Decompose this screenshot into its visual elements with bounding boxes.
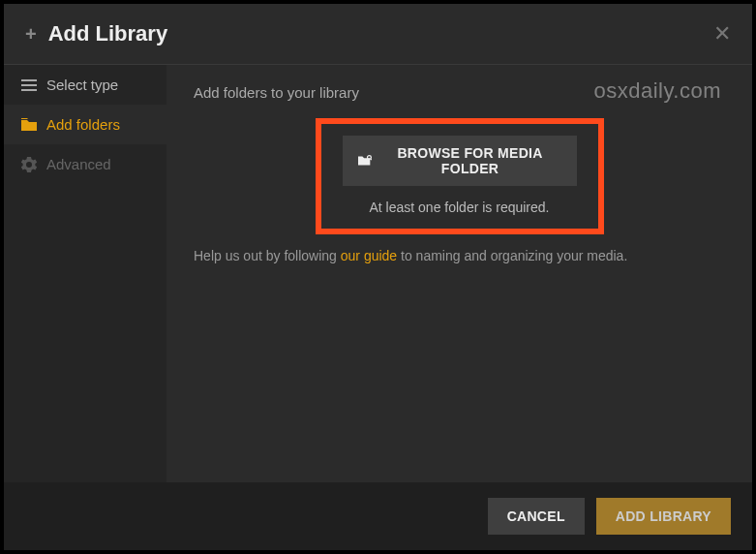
sidebar-item-add-folders[interactable]: Add folders [4, 105, 166, 144]
highlight-box: BROWSE FOR MEDIA FOLDER At least one fol… [316, 118, 604, 234]
cancel-button[interactable]: CANCEL [488, 498, 585, 535]
browse-button-label: BROWSE FOR MEDIA FOLDER [379, 145, 561, 176]
sidebar-item-advanced[interactable]: Advanced [4, 144, 166, 184]
help-text: Help us out by following our guide to na… [194, 248, 725, 263]
folder-search-icon [358, 154, 372, 168]
header-left: + Add Library [25, 21, 167, 46]
sidebar-item-label: Advanced [46, 156, 111, 172]
help-prefix: Help us out by following [194, 248, 341, 263]
required-text: At least one folder is required. [370, 200, 550, 215]
svg-point-3 [367, 156, 371, 160]
plus-icon: + [25, 23, 37, 46]
close-icon: ✕ [713, 21, 731, 46]
svg-line-4 [370, 159, 371, 160]
list-icon [21, 78, 37, 92]
folder-icon [21, 118, 37, 132]
watermark-text: osxdaily.com [593, 78, 721, 104]
sidebar-item-label: Select type [46, 77, 118, 93]
sidebar: Select type Add folders Advanced [4, 65, 166, 482]
add-library-dialog: + Add Library ✕ Select type Add folders … [4, 4, 752, 550]
help-suffix: to naming and organizing your media. [397, 248, 627, 263]
svg-rect-2 [21, 89, 37, 91]
sidebar-item-label: Add folders [46, 116, 120, 133]
svg-rect-1 [21, 84, 37, 86]
browse-for-media-folder-button[interactable]: BROWSE FOR MEDIA FOLDER [343, 136, 577, 186]
sidebar-item-select-type[interactable]: Select type [4, 65, 166, 105]
our-guide-link[interactable]: our guide [341, 248, 397, 263]
add-library-button[interactable]: ADD LIBRARY [596, 498, 731, 535]
dialog-title: Add Library [48, 21, 167, 46]
main-panel: osxdaily.com Add folders to your library… [166, 65, 752, 482]
dialog-body: Select type Add folders Advanced osxdail… [4, 65, 752, 482]
dialog-footer: CANCEL ADD LIBRARY [4, 482, 752, 550]
close-button[interactable]: ✕ [713, 21, 731, 46]
svg-rect-0 [21, 79, 37, 81]
dialog-header: + Add Library ✕ [4, 4, 752, 65]
gear-icon [21, 157, 37, 172]
